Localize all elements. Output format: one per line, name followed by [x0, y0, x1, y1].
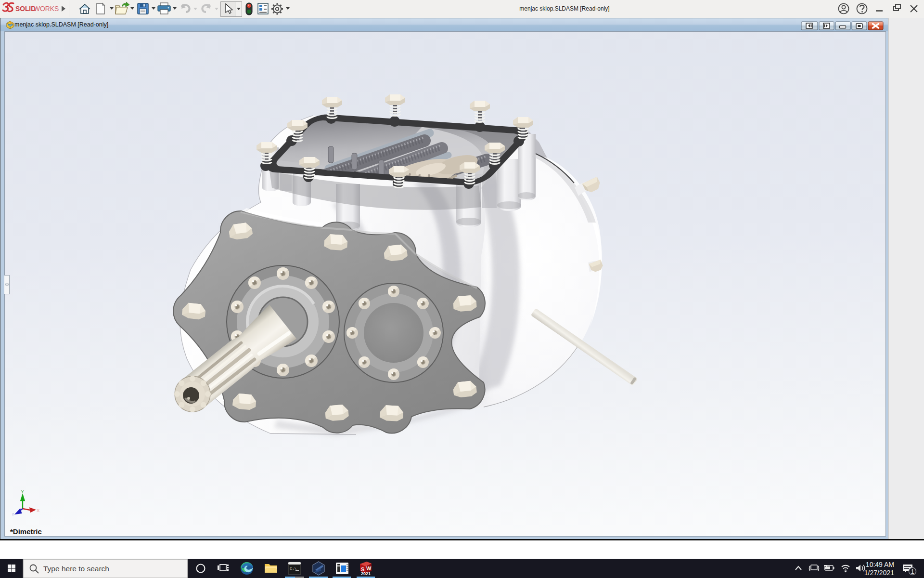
svg-text:z: z — [12, 512, 14, 516]
svg-text:1: 1 — [911, 568, 914, 575]
svg-text:WORKS: WORKS — [34, 5, 59, 13]
svg-text:Y: Y — [21, 489, 25, 494]
svg-text:menjac sklop.SLDASM [Read-only: menjac sklop.SLDASM [Read-only] — [519, 5, 609, 12]
svg-text:W: W — [366, 565, 372, 571]
svg-text:X: X — [37, 508, 40, 513]
svg-text:C:\: C:\ — [290, 566, 297, 571]
svg-text:1/27/2021: 1/27/2021 — [864, 569, 894, 577]
svg-text:10:49 AM: 10:49 AM — [866, 561, 894, 568]
svg-text:Type here to search: Type here to search — [43, 565, 109, 573]
svg-text:2021: 2021 — [361, 571, 371, 576]
svg-text:SOLID: SOLID — [15, 5, 36, 13]
